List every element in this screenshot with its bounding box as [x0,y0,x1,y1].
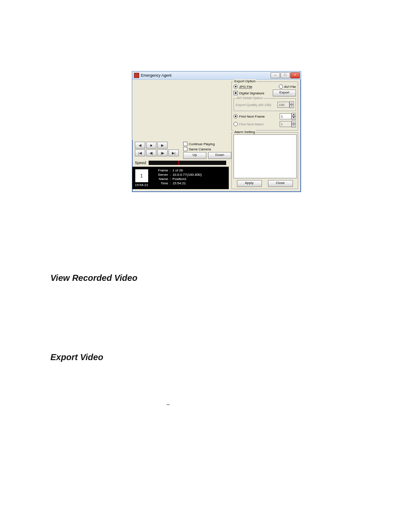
export-button[interactable]: Export [273,90,296,96]
colon: : [169,168,171,172]
frame-label: Frame [153,168,168,172]
playback-options: Continue Playing Same Camera Up Down [183,142,231,159]
thumbnail-column: 1 15:54:21 [135,168,148,187]
find-next-frame-radio[interactable] [234,114,238,118]
digital-signature-checkbox[interactable] [234,91,238,95]
dialog-body: ◀ ■ ▶ |◀ ◀| |▶ ▶| [132,80,301,192]
thumbnail-time: 15:54:21 [135,183,148,187]
find-next-alarm-input [280,121,292,127]
avi-detail-label: AVI Detail Option [236,96,264,100]
jpg-label: JPG File [239,85,252,89]
time-label: Time [153,181,168,185]
emergency-agent-dialog: Emergency Agent – □ × ◀ ■ ▶ [132,71,301,192]
maximize-button[interactable]: □ [280,72,290,78]
time-value: 15:54:21 [172,181,186,185]
step-forward-button[interactable]: |▶ [157,149,168,156]
playback-controls: ◀ ■ ▶ |◀ ◀| |▶ ▶| [132,140,229,160]
export-quality-input [277,102,290,108]
video-display-area [132,80,229,140]
avi-label: AVI File [284,85,296,89]
down-button[interactable]: Down [208,152,231,159]
server-value: 10.0.0.77(100-800) [172,173,202,177]
same-camera-checkbox[interactable] [183,147,187,151]
dash-text: – [167,401,170,408]
export-quality-label: Export Quality (60-100) [236,103,271,107]
jpg-radio[interactable] [234,84,238,89]
last-frame-button[interactable]: ▶| [168,149,179,156]
server-label: Server [153,173,168,177]
up-button[interactable]: Up [183,152,206,159]
heading-view-recorded-video: View Recorded Video [50,273,137,283]
spin-up-icon: ▲ [292,121,296,124]
name-label: Name [153,177,168,181]
name-value: Position1 [172,177,187,181]
find-next-frame-label: Find Next Frame [239,115,265,118]
avi-radio[interactable] [279,84,283,89]
step-back-button[interactable]: ◀| [146,149,156,156]
alarm-setting-label: Alarm Setting [234,130,256,134]
speed-slider[interactable] [149,161,226,165]
apply-button[interactable]: Apply [237,180,262,187]
find-next-frame-spinner[interactable]: ▲▼ [280,113,296,120]
rewind-button[interactable]: ◀ [135,142,145,149]
camera-thumbnail: 1 [135,169,148,182]
info-bar: 1 15:54:21 Frame : 1 of 26 Server : 10.0… [132,167,229,189]
play-button[interactable]: ▶ [157,142,168,149]
titlebar-left: Emergency Agent [134,73,171,78]
colon: : [169,173,171,177]
digital-signature-label: Digital Signature [239,91,265,95]
export-option-group: Export Option JPG File AVI File [231,81,298,131]
find-next-alarm-label: Find Next Alarm [239,122,264,126]
spin-down-icon: ▼ [292,124,296,128]
find-next-alarm-spinner: ▲▼ [280,121,296,128]
spin-down-icon: ▼ [290,105,294,108]
alarm-setting-group: Alarm Setting Apply Close [231,132,298,189]
left-pane: ◀ ■ ▶ |◀ ◀| |▶ ▶| [132,80,229,192]
speed-row: Speed [132,160,229,167]
spin-down-icon[interactable]: ▼ [292,116,296,120]
info-table: Frame : 1 of 26 Server : 10.0.0.77(100-8… [153,168,202,187]
export-quality-spinner: ▲▼ [277,101,294,108]
find-next-alarm-radio[interactable] [234,122,238,126]
colon: : [169,181,171,185]
window-controls: – □ × [271,72,300,78]
avi-detail-group: AVI Detail Option Export Quality (60-100… [234,98,296,111]
right-pane: Export Option JPG File AVI File [229,80,301,192]
continue-playing-checkbox[interactable] [183,142,187,146]
close-window-button[interactable]: × [290,72,300,78]
spin-up-icon[interactable]: ▲ [292,113,296,116]
frame-value: 1 of 26 [172,168,183,172]
spin-up-icon: ▲ [290,101,294,105]
heading-export-video: Export Video [50,352,103,362]
playback-button-grid: ◀ ■ ▶ |◀ ◀| |▶ ▶| [135,142,179,156]
same-camera-label: Same Camera [189,147,211,151]
app-icon [134,73,139,78]
titlebar: Emergency Agent – □ × [132,72,301,80]
page: Emergency Agent – □ × ◀ ■ ▶ [0,0,411,532]
export-option-label: Export Option [234,79,256,83]
speed-label: Speed [135,161,146,165]
stop-button[interactable]: ■ [146,142,156,149]
alarm-listbox[interactable] [234,134,297,178]
close-button[interactable]: Close [268,180,293,187]
minimize-button[interactable]: – [271,72,280,78]
window-title: Emergency Agent [141,73,171,78]
first-frame-button[interactable]: |◀ [135,149,145,156]
speed-slider-handle[interactable] [178,161,179,165]
continue-playing-label: Continue Playing [189,142,215,146]
find-next-frame-input[interactable] [280,113,292,119]
colon: : [169,177,171,181]
